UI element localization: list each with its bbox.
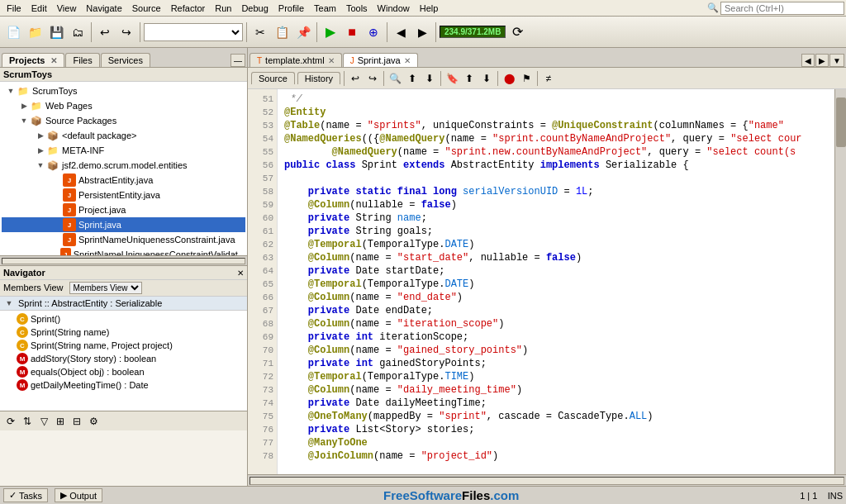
tasks-button[interactable]: ✓ Tasks [3, 488, 48, 502]
tab-nav-menu[interactable]: ▼ [829, 54, 844, 67]
code-line[interactable]: @Column(name = "end_date") [284, 291, 828, 304]
menu-refactor[interactable]: Refactor [166, 2, 211, 15]
menu-tools[interactable]: Tools [341, 2, 373, 15]
hscroll-bar[interactable] [250, 477, 844, 485]
menu-run[interactable]: Run [210, 2, 236, 15]
code-line[interactable]: private Date startDate; [284, 264, 828, 278]
tree-item-sprint[interactable]: J Sprint.java [2, 217, 245, 232]
tree-item-project[interactable]: J Project.java [2, 202, 245, 217]
prev-bookmark[interactable]: ⬆ [461, 70, 478, 87]
nav-item-sprint-default[interactable]: C Sprint() [2, 312, 245, 326]
code-line[interactable]: @Column(name = "gained_story_points") [284, 344, 828, 357]
code-line[interactable]: @NamedQuery(name = "sprint.new.countByNa… [284, 145, 828, 159]
tree-item-persistententity[interactable]: J PersistentEntity.java [2, 188, 245, 202]
find-btn[interactable]: 🔍 [387, 70, 403, 87]
menu-source[interactable]: Source [127, 2, 166, 15]
nav-btn-1[interactable]: ⟳ [3, 414, 18, 429]
gc-button[interactable]: ⟳ [507, 22, 527, 42]
menu-view[interactable]: View [52, 2, 82, 15]
memory-indicator[interactable]: 234.9/371.2MB [440, 26, 506, 38]
code-line[interactable]: @ManyToOne [284, 436, 828, 449]
tab-files[interactable]: Files [65, 53, 99, 67]
left-hscroll[interactable] [0, 255, 247, 265]
back-button[interactable]: ◀ [391, 22, 411, 42]
toggle-bookmark[interactable]: 🔖 [444, 70, 460, 87]
tab-template-close[interactable]: ✕ [328, 56, 335, 65]
tree-item-sprintname[interactable]: J SprintNameUniquenessConstraint.java [2, 232, 245, 247]
code-line[interactable]: @Column(name = "start_date", nullable = … [284, 251, 828, 264]
code-line[interactable]: @Column(name = "iteration_scope") [284, 317, 828, 330]
menu-help[interactable]: Help [415, 2, 444, 15]
code-line[interactable] [284, 172, 828, 185]
code-line[interactable]: private String goals; [284, 225, 828, 238]
debug-button[interactable]: ⊕ [364, 22, 383, 42]
nav-btn-3[interactable]: ▽ [36, 414, 51, 429]
toggle-bp[interactable]: ⬤ [501, 70, 517, 87]
run-button[interactable]: ▶ [321, 22, 340, 42]
nav-btn-6[interactable]: ⚙ [86, 414, 101, 429]
paste-button[interactable]: 📌 [293, 22, 313, 42]
tab-nav-left[interactable]: ◀ [801, 54, 815, 67]
code-line[interactable]: @Temporal(TemporalType.DATE) [284, 278, 828, 291]
history-tab[interactable]: History [297, 72, 340, 84]
diff-btn[interactable]: ≠ [540, 70, 557, 87]
code-line[interactable]: @Temporal(TemporalType.TIME) [284, 370, 828, 383]
tree-item-abstractentity[interactable]: J AbstractEntity.java [2, 173, 245, 188]
code-line[interactable]: private static final long serialVersionU… [284, 185, 828, 198]
debug-win[interactable]: ⚑ [518, 70, 535, 87]
tree-item-entities-pkg[interactable]: ▼ 📦 jsf2.demo.scrum.model.entities [2, 158, 245, 173]
code-line[interactable]: @JoinColumn(name = "project_id") [284, 449, 828, 463]
navigator-close-btn[interactable]: ✕ [237, 269, 244, 278]
save-button[interactable]: 💾 [46, 22, 66, 42]
code-line[interactable]: @Entity [284, 106, 828, 119]
tree-toggle[interactable]: ▼ [5, 87, 17, 95]
nav-btn-2[interactable]: ⇅ [20, 414, 35, 429]
nav-btn-4[interactable]: ⊞ [53, 414, 68, 429]
forward-button[interactable]: ▶ [412, 22, 432, 42]
code-line[interactable]: @OneToMany(mappedBy = "sprint", cascade … [284, 410, 828, 423]
code-line[interactable]: private String name; [284, 212, 828, 225]
members-view-select[interactable]: Members View [69, 282, 142, 294]
menu-profile[interactable]: Profile [273, 2, 309, 15]
code-line[interactable]: */ [284, 93, 828, 106]
hscroll-thumb[interactable] [2, 258, 245, 264]
redo-btn[interactable]: ↪ [364, 70, 381, 87]
nav-item-getdailymeetingtime[interactable]: M getDailyMeetingTime() : Date [2, 378, 245, 392]
tab-nav-right[interactable]: ▶ [815, 54, 829, 67]
code-line[interactable]: public class Sprint extends AbstractEnti… [284, 159, 828, 172]
new-button[interactable]: 📄 [3, 22, 23, 42]
tree-item-srcpkg[interactable]: ▼ 📦 Source Packages [2, 113, 245, 128]
code-line[interactable]: private int gainedStoryPoints; [284, 357, 828, 370]
project-combo[interactable] [144, 23, 243, 41]
nav-item-equals[interactable]: M equals(Object obj) : boolean [2, 365, 245, 378]
code-line[interactable]: private Date endDate; [284, 304, 828, 317]
tree-toggle[interactable]: ▶ [35, 146, 46, 155]
search-input[interactable] [720, 2, 844, 15]
save-all-button[interactable]: 🗂 [68, 22, 88, 42]
vertical-scrollbar[interactable] [834, 89, 846, 474]
code-editor[interactable]: 5152535455565758596061626364656667686970… [248, 89, 834, 474]
tab-sprint-java[interactable]: J Sprint.java ✕ [343, 53, 418, 67]
redo-button[interactable]: ↪ [116, 22, 136, 42]
tree-toggle[interactable]: ▶ [18, 102, 30, 110]
undo-button[interactable]: ↩ [95, 22, 115, 42]
menu-team[interactable]: Team [309, 2, 341, 15]
find-prev-btn[interactable]: ⬆ [404, 70, 421, 87]
tree-toggle[interactable]: ▼ [35, 161, 46, 169]
tab-projects[interactable]: Projects ✕ [2, 53, 64, 67]
tab-sprint-close[interactable]: ✕ [404, 56, 411, 65]
menu-debug[interactable]: Debug [236, 2, 273, 15]
source-tab[interactable]: Source [251, 72, 295, 84]
tree-toggle[interactable]: ▼ [18, 116, 30, 125]
code-line[interactable]: private Date dailyMeetingTime; [284, 397, 828, 410]
code-line[interactable]: @Temporal(TemporalType.DATE) [284, 238, 828, 251]
find-next-btn[interactable]: ⬇ [421, 70, 438, 87]
code-line[interactable]: @NamedQueries(({@NamedQuery(name = "spri… [284, 132, 828, 145]
nav-btn-5[interactable]: ⊟ [69, 414, 84, 429]
left-panel-min[interactable]: — [231, 54, 245, 67]
nav-item-addstory[interactable]: M addStory(Story story) : boolean [2, 352, 245, 365]
copy-button[interactable]: 📋 [272, 22, 292, 42]
menu-navigate[interactable]: Navigate [81, 2, 126, 15]
tree-toggle[interactable]: ▶ [35, 131, 46, 140]
nav-item-sprint-name[interactable]: C Sprint(String name) [2, 326, 245, 339]
